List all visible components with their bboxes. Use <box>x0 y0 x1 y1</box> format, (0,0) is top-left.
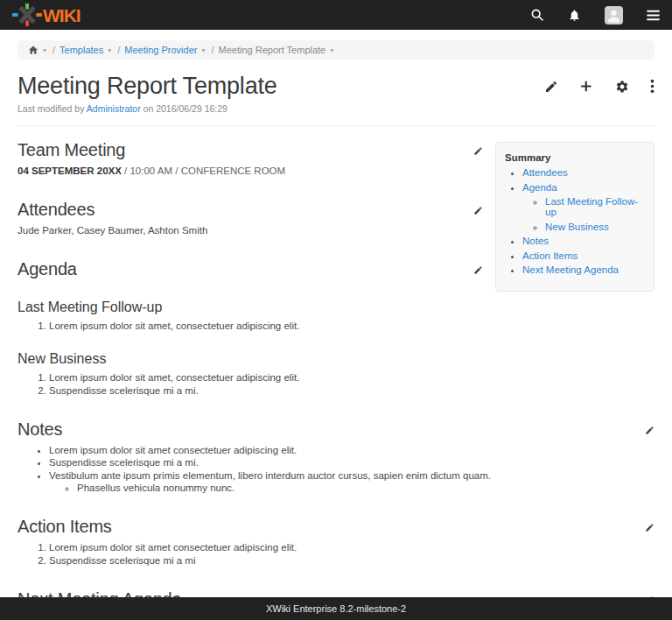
list-subitem: Phasellus vehicula nonummy nunc. <box>77 483 654 493</box>
chevron-down-icon[interactable]: ▾ <box>201 46 205 54</box>
create-plus-icon[interactable] <box>579 79 594 94</box>
breadcrumb-link-templates[interactable]: Templates <box>60 45 103 55</box>
xwiki-page: { "navbar": { "logo_text": "WIKI" }, "br… <box>0 0 672 620</box>
section-heading-action-items: Action Items <box>18 517 654 537</box>
settings-gear-icon[interactable] <box>615 80 629 94</box>
summary-item: Attendees <box>522 167 645 178</box>
summary-link-action-items[interactable]: Action Items <box>522 250 578 261</box>
summary-subitem: Last Meeting Follow-up <box>545 196 645 217</box>
edit-pencil-icon[interactable] <box>544 80 558 94</box>
header-divider <box>18 125 654 126</box>
summary-link-new-business[interactable]: New Business <box>545 222 609 232</box>
breadcrumb-separator: / <box>117 45 120 55</box>
xwiki-logo-text: WIKI <box>43 6 80 25</box>
navbar-actions <box>530 6 660 25</box>
home-icon[interactable] <box>28 45 38 55</box>
last-meeting-list: Lorem ipsum dolor sit amet, consectetuer… <box>18 321 654 331</box>
summary-link-agenda[interactable]: Agenda <box>522 182 557 193</box>
search-icon[interactable] <box>530 8 544 22</box>
summary-sublist: Last Meeting Follow-up New Business <box>522 196 645 232</box>
top-navbar: WIKI <box>0 0 672 30</box>
summary-link-attendees[interactable]: Attendees <box>522 167 568 178</box>
breadcrumb-current-page: Meeting Report Template <box>219 45 326 55</box>
breadcrumb: ▾ / Templates ▾ / Meeting Provider ▾ / M… <box>18 40 654 60</box>
subsection-heading-new-business: New Business <box>18 351 654 367</box>
chevron-down-icon[interactable]: ▾ <box>43 46 46 54</box>
list-item: Suspendisse scelerisque mi a mi <box>49 555 654 566</box>
meeting-time-location: / 10:00 AM / CONFERENCE ROOM <box>122 166 285 176</box>
summary-item: Agenda Last Meeting Follow-up New Busine… <box>522 182 645 232</box>
summary-title: Summary <box>505 152 550 163</box>
list-item: Lorem ipsum dolor sit amet consectetuer … <box>49 542 654 553</box>
xwiki-logo-x-icon <box>12 4 42 26</box>
notes-sublist: Phasellus vehicula nonummy nunc. <box>49 483 654 493</box>
section-title-text: Action Items <box>18 517 112 536</box>
edit-section-pencil-icon[interactable] <box>473 206 483 215</box>
modified-suffix: on 2016/06/29 16:29 <box>144 103 228 114</box>
notifications-bell-icon[interactable] <box>568 9 581 22</box>
more-actions-kebab-icon[interactable] <box>650 79 654 94</box>
breadcrumb-link-meeting-provider[interactable]: Meeting Provider <box>124 45 197 55</box>
list-item: Lorem ipsum dolor sit amet, consectetuer… <box>49 372 654 383</box>
summary-panel: Summary Attendees Agenda Last Meeting Fo… <box>495 142 654 292</box>
doc-actions <box>544 79 654 94</box>
summary-subitem: New Business <box>545 222 645 232</box>
action-items-list: Lorem ipsum dolor sit amet consectetuer … <box>18 542 654 566</box>
document-content: Summary Attendees Agenda Last Meeting Fo… <box>18 140 654 620</box>
page-title: Meeting Report Template <box>18 73 277 100</box>
summary-list: Attendees Agenda Last Meeting Follow-up … <box>505 167 645 275</box>
modified-prefix: Last modified by <box>18 103 84 114</box>
breadcrumb-separator: / <box>52 45 55 55</box>
subsection-heading-last-meeting-follow-up: Last Meeting Follow-up <box>18 299 654 315</box>
list-item: Lorem ipsum dolor sit amet, consectetuer… <box>49 321 654 331</box>
section-title-text: Attendees <box>18 200 94 219</box>
edit-section-pencil-icon[interactable] <box>645 426 654 435</box>
edit-section-pencil-icon[interactable] <box>473 265 483 275</box>
summary-item: Action Items <box>522 250 645 261</box>
new-business-list: Lorem ipsum dolor sit amet, consectetuer… <box>18 372 654 396</box>
section-heading-notes: Notes <box>18 419 654 440</box>
notes-list: Lorem ipsum dolor sit amet consectetuer … <box>18 445 654 494</box>
chevron-down-icon[interactable]: ▾ <box>330 46 333 54</box>
modified-user-link[interactable]: Administrator <box>87 103 141 114</box>
edit-section-pencil-icon[interactable] <box>645 523 654 532</box>
bottom-version-bar: XWiki Enterprise 8.2-milestone-2 <box>0 597 672 620</box>
list-item: Suspendisse scelerisque mi a mi. <box>49 457 654 468</box>
version-text: XWiki Enterprise 8.2-milestone-2 <box>266 603 406 614</box>
list-item: Suspendisse scelerisque mi a mi. <box>49 385 654 396</box>
list-item: Lorem ipsum dolor sit amet consectetuer … <box>49 445 654 455</box>
list-item: Vestibulum ante ipsum primis elementum, … <box>49 470 654 494</box>
section-title-text: Team Meeting <box>18 140 125 159</box>
edit-section-pencil-icon[interactable] <box>473 146 483 156</box>
chevron-down-icon[interactable]: ▾ <box>108 46 111 54</box>
meeting-date: 04 SEPTEMBER 20XX <box>18 166 122 176</box>
list-item-text: Vestibulum ante ipsum primis elementum, … <box>49 470 491 481</box>
summary-link-next-meeting-agenda[interactable]: Next Meeting Agenda <box>522 264 619 275</box>
section-title-text: Agenda <box>18 259 77 278</box>
breadcrumb-separator: / <box>211 45 214 55</box>
hamburger-menu-icon[interactable] <box>647 10 660 21</box>
last-modified-line: Last modified by Administrator on 2016/0… <box>18 103 654 114</box>
section-title-text: Notes <box>18 419 62 439</box>
user-avatar[interactable] <box>605 6 623 25</box>
summary-item: Next Meeting Agenda <box>522 264 645 275</box>
summary-link-last-meeting-follow-up[interactable]: Last Meeting Follow-up <box>545 196 638 217</box>
xwiki-logo[interactable]: WIKI <box>12 4 80 26</box>
title-row: Meeting Report Template <box>18 73 654 100</box>
summary-item: Notes <box>522 236 645 246</box>
summary-link-notes[interactable]: Notes <box>522 236 549 246</box>
